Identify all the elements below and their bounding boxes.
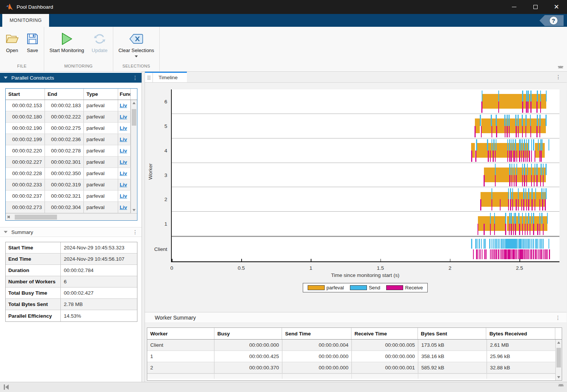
- x-axis-tick: [381, 259, 381, 261]
- cell-busy: 00:00:00.000: [214, 340, 282, 350]
- title-bar: Pool Dashboard ✕: [0, 0, 567, 14]
- cell-bytes-received: 25.96 kB: [487, 351, 556, 362]
- maximize-button[interactable]: [525, 0, 546, 14]
- send-tick: [516, 164, 518, 175]
- col-worker[interactable]: Worker: [147, 328, 214, 339]
- collapse-ribbon-button[interactable]: [558, 66, 564, 68]
- parfeval-bar[interactable]: [478, 216, 506, 231]
- table-row[interactable]: 00:00:02.18000:00:02.222parfevalLiv: [6, 111, 131, 123]
- send-tick: [485, 239, 486, 249]
- send-tick: [492, 188, 493, 199]
- col-bytes-received[interactable]: Bytes Received: [486, 328, 555, 339]
- function-link[interactable]: Liv: [120, 103, 127, 108]
- collapse-left-panel-button[interactable]: [4, 384, 9, 390]
- cell-end: 00:00:02.236: [45, 134, 84, 145]
- table-row[interactable]: 00:00:02.27300:00:02.304parfevalLiv: [6, 202, 131, 213]
- col-send-time[interactable]: Send Time: [282, 328, 351, 339]
- help-button[interactable]: ?: [539, 15, 564, 26]
- scrollbar-thumb[interactable]: [556, 348, 561, 367]
- panel-menu-icon[interactable]: ⋮: [133, 75, 138, 80]
- save-icon: [26, 31, 39, 46]
- table-row[interactable]: 00:00:02.15300:00:02.183parfevalLiv: [6, 100, 131, 111]
- panel-splitter[interactable]: [142, 72, 145, 382]
- worker-summary-header[interactable]: Worker Summary ⋮: [145, 312, 567, 323]
- summary-header[interactable]: Summary ⋮: [0, 227, 142, 237]
- receive-tick: [528, 249, 530, 259]
- col-end[interactable]: End: [45, 89, 84, 100]
- table-row[interactable]: 00:00:02.23700:00:02.321parfevalLiv: [6, 191, 131, 202]
- parfeval-bar[interactable]: [475, 118, 480, 133]
- send-tick: [538, 139, 539, 150]
- function-link[interactable]: Liv: [120, 182, 127, 188]
- document-menu-icon[interactable]: ⋮: [556, 72, 567, 82]
- scrollbar-thumb[interactable]: [15, 215, 57, 220]
- cell-type: parfeval: [84, 123, 118, 134]
- table-row[interactable]: 100:00:00.42500:00:00.00000:00:00.000358…: [147, 351, 562, 362]
- left-panel: Parallel Constructs ⋮ Start End Type Fun…: [0, 72, 142, 382]
- receive-tick: [490, 151, 491, 162]
- panel-menu-icon[interactable]: ⋮: [555, 315, 561, 320]
- table-row[interactable]: 200:00:00.37000:00:00.00000:00:00.001585…: [147, 362, 562, 374]
- scroll-up-icon[interactable]: [131, 100, 137, 106]
- function-link[interactable]: Liv: [120, 137, 127, 142]
- send-tick: [509, 139, 510, 150]
- cell-type: parfeval: [84, 157, 118, 168]
- scrollbar-thumb[interactable]: [132, 109, 136, 126]
- tab-monitoring[interactable]: MONITORING: [2, 14, 49, 27]
- table-row[interactable]: 00:00:02.22000:00:02.278parfevalLiv: [6, 145, 131, 157]
- parfeval-bar[interactable]: [481, 192, 509, 207]
- worker-summary-scrollbar[interactable]: [555, 340, 562, 380]
- constructs-vertical-scrollbar[interactable]: [131, 100, 137, 213]
- function-link[interactable]: Liv: [120, 159, 127, 165]
- close-button[interactable]: ✕: [546, 0, 567, 14]
- ribbon-group-file: Open Save FILE: [0, 27, 44, 71]
- chevron-down-icon[interactable]: [135, 55, 138, 57]
- scroll-up-icon[interactable]: [556, 340, 562, 346]
- receive-tick: [500, 199, 501, 211]
- start-monitoring-button[interactable]: Start Monitoring: [46, 31, 88, 54]
- receive-tick: [531, 249, 532, 259]
- receive-tick: [531, 175, 532, 186]
- open-button[interactable]: Open: [2, 31, 23, 54]
- collapse-panel-icon[interactable]: [4, 77, 8, 79]
- col-type[interactable]: Type: [84, 89, 118, 100]
- receive-tick: [515, 224, 516, 235]
- x-axis-tick: [519, 259, 520, 261]
- panel-menu-icon[interactable]: ⋮: [133, 229, 138, 235]
- table-row[interactable]: 00:00:02.22700:00:02.301parfevalLiv: [6, 157, 131, 168]
- col-start[interactable]: Start: [6, 89, 45, 100]
- col-busy[interactable]: Busy: [214, 328, 282, 339]
- send-tick: [524, 139, 525, 150]
- function-link[interactable]: Liv: [120, 114, 127, 120]
- save-button[interactable]: Save: [23, 31, 42, 54]
- function-link[interactable]: Liv: [120, 171, 127, 176]
- receive-tick: [513, 224, 514, 235]
- table-row[interactable]: Client00:00:00.00000:00:00.00400:00:00.0…: [147, 340, 562, 351]
- tab-timeline[interactable]: Timeline: [153, 73, 187, 82]
- col-bytes-sent[interactable]: Bytes Sent: [418, 328, 487, 339]
- collapse-panel-icon[interactable]: [4, 231, 8, 233]
- table-row[interactable]: 00:00:02.23300:00:02.319parfevalLiv: [6, 179, 131, 191]
- table-row[interactable]: 00:00:02.19000:00:02.275parfevalLiv: [6, 123, 131, 134]
- constructs-horizontal-scrollbar[interactable]: [6, 213, 137, 220]
- receive-tick: [536, 126, 538, 137]
- col-function[interactable]: Function: [118, 89, 131, 100]
- timeline-plot[interactable]: 654321Client00.511.522.5: [171, 89, 559, 262]
- col-receive-time[interactable]: Receive Time: [351, 328, 418, 339]
- collapse-bottom-panel-button[interactable]: [558, 384, 564, 387]
- function-link[interactable]: Liv: [120, 193, 127, 199]
- function-link[interactable]: Liv: [120, 204, 127, 210]
- function-link[interactable]: Liv: [120, 125, 127, 131]
- table-row[interactable]: 00:00:02.19900:00:02.236parfevalLiv: [6, 134, 131, 145]
- scroll-down-icon[interactable]: [131, 207, 137, 213]
- parallel-constructs-header[interactable]: Parallel Constructs ⋮: [0, 73, 142, 83]
- tab-grip-icon[interactable]: [145, 73, 153, 82]
- scroll-right-icon[interactable]: [6, 214, 12, 220]
- function-link[interactable]: Liv: [120, 148, 127, 154]
- minimize-button[interactable]: [504, 0, 525, 14]
- x-tick-label: 0.5: [238, 265, 245, 271]
- clear-selections-button[interactable]: Clear Selections: [115, 31, 158, 58]
- cell-type: parfeval: [84, 100, 118, 111]
- scroll-down-icon[interactable]: [556, 374, 562, 380]
- table-row[interactable]: 00:00:02.22800:00:02.350parfevalLiv: [6, 168, 131, 179]
